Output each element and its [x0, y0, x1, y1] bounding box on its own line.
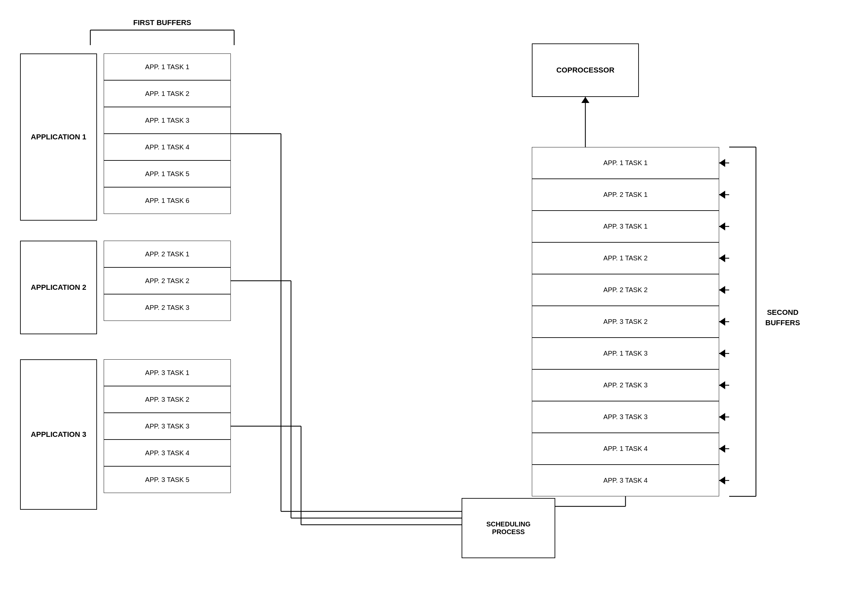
app3-task-row: APP. 3 TASK 5	[104, 466, 231, 493]
app2-task-row: APP. 2 TASK 1	[104, 241, 231, 267]
second-buffer-task-row: APP. 3 TASK 3	[532, 401, 719, 433]
second-buffer-task-row: APP. 1 TASK 3	[532, 338, 719, 369]
app1-task-row: APP. 1 TASK 6	[104, 187, 231, 214]
coprocessor-box: COPROCESSOR	[532, 43, 639, 97]
svg-marker-23	[719, 191, 725, 199]
svg-marker-37	[719, 413, 725, 421]
application2-label: APPLICATION 2	[31, 283, 86, 292]
app3-task-row: APP. 3 TASK 3	[104, 413, 231, 440]
application2-box: APPLICATION 2	[20, 241, 97, 334]
app2-task-row: APP. 2 TASK 2	[104, 267, 231, 294]
second-buffer-task-row: APP. 3 TASK 4	[532, 465, 719, 496]
svg-marker-25	[719, 223, 725, 231]
second-buffer-task-row: APP. 2 TASK 3	[532, 369, 719, 401]
application3-box: APPLICATION 3	[20, 359, 97, 510]
app3-task-row: APP. 3 TASK 4	[104, 440, 231, 466]
svg-marker-31	[719, 318, 725, 326]
app1-task-row: APP. 1 TASK 2	[104, 80, 231, 107]
app1-task-row: APP. 1 TASK 5	[104, 160, 231, 187]
svg-marker-27	[719, 254, 725, 262]
app1-task-row: APP. 1 TASK 1	[104, 53, 231, 80]
second-buffer-task-row: APP. 1 TASK 4	[532, 433, 719, 465]
second-buffer-task-row: APP. 1 TASK 2	[532, 242, 719, 274]
app2-task-row: APP. 2 TASK 3	[104, 294, 231, 321]
second-buffer-task-row: APP. 3 TASK 1	[532, 211, 719, 242]
application3-label: APPLICATION 3	[31, 430, 86, 439]
app1-task-row: APP. 1 TASK 3	[104, 107, 231, 134]
svg-marker-29	[719, 286, 725, 294]
second-buffer-task-row: APP. 2 TASK 2	[532, 274, 719, 306]
app3-task-row: APP. 3 TASK 1	[104, 359, 231, 386]
svg-marker-41	[719, 477, 725, 485]
app1-task-row: APP. 1 TASK 4	[104, 134, 231, 160]
svg-marker-39	[719, 445, 725, 453]
app3-task-row: APP. 3 TASK 2	[104, 386, 231, 413]
application1-box: APPLICATION 1	[20, 53, 97, 220]
first-buffers-label: FIRST BUFFERS	[90, 19, 234, 27]
coprocessor-label: COPROCESSOR	[556, 66, 614, 74]
scheduling-process-label: SCHEDULING PROCESS	[486, 520, 530, 536]
svg-marker-35	[719, 381, 725, 389]
svg-marker-21	[719, 159, 725, 167]
second-buffers-label: SECOND BUFFERS	[749, 307, 816, 328]
second-buffer-task-row: APP. 1 TASK 1	[532, 147, 719, 179]
svg-marker-16	[581, 97, 590, 103]
application1-label: APPLICATION 1	[31, 133, 86, 141]
diagram: FIRST BUFFERS APPLICATION 1 APP. 1 TASK …	[0, 0, 868, 614]
second-buffer-task-row: APP. 2 TASK 1	[532, 179, 719, 211]
svg-marker-33	[719, 350, 725, 358]
second-buffer-task-row: APP. 3 TASK 2	[532, 306, 719, 338]
scheduling-process-box: SCHEDULING PROCESS	[462, 498, 555, 558]
